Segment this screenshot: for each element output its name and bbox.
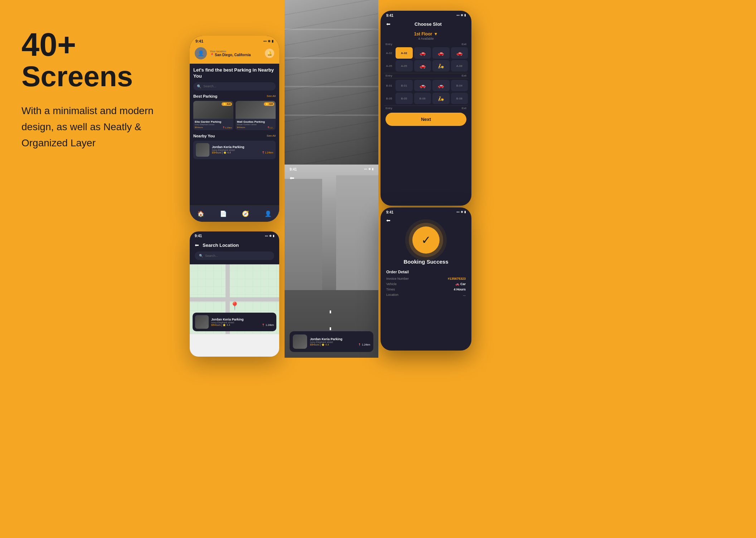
street-photo: 9:41 ▪▪▪⊛▮ ⬅ Jordan Keria Parking Ivory … <box>285 165 378 358</box>
available-count: 4 Available <box>381 37 471 40</box>
location-name-text: 📍 San Diego, California <box>210 53 265 57</box>
nav-profile[interactable]: 👤 <box>265 210 272 217</box>
slot-b05[interactable]: B-05 <box>396 93 413 104</box>
status-bar-slot: 9:41 ▪▪▪⊛▮ <box>381 11 471 20</box>
nav-map[interactable]: 🧭 <box>242 210 249 217</box>
slot-b01[interactable]: B-01 <box>396 80 413 91</box>
status-time: 9:41 <box>195 39 203 43</box>
slot-title: Choose Slot <box>391 21 466 27</box>
entry-exit-bottom: Entry Exit <box>384 106 468 111</box>
back-arrow-slot[interactable]: ⬅ <box>386 21 391 27</box>
search-placeholder-home: Search... <box>203 84 216 88</box>
location-pin: 📍 <box>230 302 239 311</box>
phone-search: 9:41 ▪▪▪⊛▮ ⬅ Search Location 🔍 Search...… <box>190 231 279 357</box>
slot-a02[interactable]: A-02 <box>396 47 413 59</box>
vehicle-label: Vehicle <box>386 282 397 286</box>
slot-a08[interactable]: A-08 <box>451 60 468 72</box>
location-label-text: Your location <box>210 50 265 53</box>
bottom-nav: 🏠 📄 🧭 👤 <box>190 205 279 222</box>
search-bar-home[interactable]: 🔍 Search... <box>193 82 276 91</box>
hero-text: Let's find the best Parking in Nearby Yo… <box>193 67 276 79</box>
parking-card-1[interactable]: ⭐ 4.4 Elia Garder Parking Ivory Elephant… <box>193 101 233 130</box>
headline-number: 40+ <box>21 29 172 61</box>
nearby-item-1[interactable]: Jordan Keria Parking Ivory Elephant stre… <box>193 141 276 159</box>
order-detail-title: Order Detail <box>386 270 466 274</box>
phone-slot: 9:41 ▪▪▪⊛▮ ⬅ Choose Slot 1st Floor ▼ 4 A… <box>381 11 471 206</box>
phone-home: 9:41 ▪▪▪⊛▮ 👤 Your location 📍 San Diego, … <box>190 36 279 222</box>
bell-icon[interactable]: 🔔 <box>265 49 274 58</box>
home-header: 👤 Your location 📍 San Diego, California … <box>190 45 279 64</box>
entry-exit-mid: Entry Exit <box>384 73 468 78</box>
best-parking-title: Best Parking <box>193 94 217 98</box>
parking-card-2[interactable]: ⭐ 4.6 Mall Gozilas Parking Elisan Garden… <box>236 101 276 130</box>
search-location-title: Search Location <box>203 243 239 248</box>
success-circle: ✓ <box>412 226 440 254</box>
slot-b08[interactable]: B-08 <box>451 93 468 104</box>
location-info: Your location 📍 San Diego, California <box>210 50 265 57</box>
booking-success-title: Booking Success <box>381 259 471 265</box>
phone-success: 9:41 ▪▪▪⊛▮ ⬅ ✓ Booking Success Order Det… <box>381 207 471 351</box>
status-bar-home: 9:41 ▪▪▪⊛▮ <box>190 36 279 45</box>
next-button[interactable]: Next <box>386 113 466 126</box>
status-bar-success: 9:41 ▪▪▪⊛▮ <box>381 207 471 217</box>
entry-exit-top: Entry Exit <box>384 43 468 47</box>
map-area: 📍 Jordan Keria Parking Ivory Elephant st… <box>190 264 279 334</box>
parking-structure-photo <box>285 0 378 165</box>
slot-b04[interactable]: B-04 <box>451 80 468 91</box>
status-bar-search: 9:41 ▪▪▪⊛▮ <box>190 231 279 240</box>
invoice-value: #135675323 <box>448 277 466 280</box>
times-value: 4 Hours <box>454 288 466 291</box>
nav-bookings[interactable]: 📄 <box>220 210 227 217</box>
left-hero-section: 40+ Screens With a minimalist and modern… <box>21 29 172 151</box>
slot-screen-header: ⬅ Choose Slot <box>381 20 471 30</box>
headline-title: Screens <box>21 61 172 92</box>
street-info-card[interactable]: Jordan Keria Parking Ivory Elephant stre… <box>290 331 373 352</box>
floor-selector[interactable]: 1st Floor ▼ <box>414 31 438 36</box>
avatar: 👤 <box>195 47 207 59</box>
description-text: With a minimalist and modern design, as … <box>21 103 172 151</box>
invoice-label: Invoice Number <box>386 277 409 280</box>
map-info-card[interactable]: Jordan Keria Parking Ivory Elephant stre… <box>193 313 276 331</box>
location-label-success: Location <box>386 293 398 297</box>
status-icons: ▪▪▪⊛▮ <box>263 39 273 43</box>
times-label: Times <box>386 288 395 291</box>
slot-b06[interactable]: B-06 <box>414 93 431 104</box>
back-arrow-search[interactable]: ⬅ <box>195 242 199 248</box>
slot-a05[interactable]: A-05 <box>396 60 413 72</box>
see-all-best[interactable]: See All <box>267 94 276 98</box>
nav-home[interactable]: 🏠 <box>197 210 204 217</box>
nearby-title: Nearby You <box>193 134 215 138</box>
back-arrow-success[interactable]: ⬅ <box>386 217 391 223</box>
search-placeholder-loc: Search... <box>205 254 218 258</box>
search-icon-home: 🔍 <box>197 84 201 88</box>
nearby-header: Nearby You See All <box>193 134 276 138</box>
best-parking-header: Best Parking See All <box>193 94 276 98</box>
search-location-header: ⬅ Search Location <box>190 240 279 251</box>
vehicle-value: 🚗 Car <box>455 282 466 286</box>
search-input-location[interactable]: 🔍 Search... <box>195 251 274 260</box>
see-all-nearby[interactable]: See All <box>267 134 276 137</box>
